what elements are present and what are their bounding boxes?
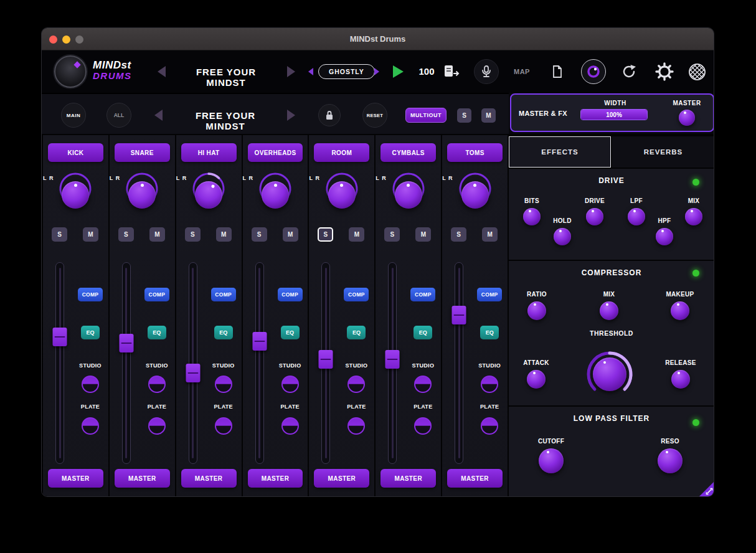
plate-send-knob[interactable] bbox=[481, 417, 498, 435]
channel-master-button[interactable]: MASTER bbox=[447, 469, 503, 488]
channel-name-button[interactable]: TOMS bbox=[447, 143, 503, 162]
eq-button[interactable]: EQ bbox=[281, 326, 300, 339]
comp-button[interactable]: COMP bbox=[344, 288, 369, 301]
fader-handle[interactable] bbox=[252, 332, 267, 351]
comp-button[interactable]: COMP bbox=[211, 288, 236, 301]
channel-master-button[interactable]: MASTER bbox=[48, 469, 103, 488]
comp-button[interactable]: COMP bbox=[144, 288, 169, 301]
studio-send-knob[interactable] bbox=[148, 376, 166, 393]
comp-button[interactable]: COMP bbox=[410, 288, 435, 301]
document-icon[interactable] bbox=[545, 59, 570, 84]
bits-knob[interactable] bbox=[523, 208, 541, 225]
spiral-icon[interactable] bbox=[581, 59, 606, 84]
tempo-value[interactable]: 100 bbox=[414, 66, 439, 77]
mute-button[interactable]: M bbox=[83, 227, 98, 242]
multiout-button[interactable]: MULTIOUT bbox=[405, 108, 447, 123]
eq-button[interactable]: EQ bbox=[148, 326, 166, 339]
export-midi-icon[interactable] bbox=[439, 59, 464, 84]
fader-handle[interactable] bbox=[385, 350, 400, 369]
channel-master-button[interactable]: MASTER bbox=[248, 469, 303, 488]
lpf-power-led[interactable] bbox=[692, 419, 699, 426]
master-volume-knob[interactable] bbox=[679, 110, 695, 126]
plate-send-knob[interactable] bbox=[148, 417, 166, 435]
reset-button[interactable]: RESET bbox=[362, 103, 387, 128]
threshold-knob[interactable] bbox=[593, 357, 626, 391]
studio-send-knob[interactable] bbox=[281, 376, 299, 393]
channel-master-button[interactable]: MASTER bbox=[314, 469, 369, 488]
hpf-knob[interactable] bbox=[656, 228, 673, 245]
studio-send-knob[interactable] bbox=[347, 376, 365, 393]
comp-button[interactable]: COMP bbox=[278, 288, 303, 301]
channel-master-button[interactable]: MASTER bbox=[380, 469, 436, 488]
zoom-window-button[interactable] bbox=[75, 35, 83, 44]
mute-button[interactable]: M bbox=[216, 227, 232, 242]
channel-name-button[interactable]: HI HAT bbox=[181, 143, 237, 162]
reso-knob[interactable] bbox=[658, 448, 683, 473]
toolbar-preset-prev-arrow[interactable] bbox=[154, 110, 163, 121]
attack-knob[interactable] bbox=[527, 370, 546, 389]
studio-send-knob[interactable] bbox=[414, 376, 432, 393]
kit-prev-arrow[interactable] bbox=[308, 68, 313, 75]
drive-knob[interactable] bbox=[586, 208, 603, 225]
comp-mix-knob[interactable] bbox=[600, 301, 618, 320]
plate-send-knob[interactable] bbox=[215, 417, 232, 435]
comp-button[interactable]: COMP bbox=[477, 288, 502, 301]
gear-icon[interactable] bbox=[652, 59, 677, 84]
toolbar-preset-next-arrow[interactable] bbox=[287, 110, 295, 121]
mute-button[interactable]: M bbox=[415, 227, 431, 242]
release-knob[interactable] bbox=[671, 370, 690, 389]
lock-button[interactable] bbox=[318, 104, 341, 126]
studio-send-knob[interactable] bbox=[481, 376, 498, 393]
preset-prev-arrow[interactable] bbox=[158, 66, 166, 77]
close-window-button[interactable] bbox=[49, 35, 57, 44]
volume-fader[interactable] bbox=[388, 262, 397, 464]
solo-button[interactable]: S bbox=[252, 227, 267, 242]
mix-knob[interactable] bbox=[685, 208, 702, 225]
map-button[interactable]: MAP bbox=[509, 59, 534, 84]
plate-send-knob[interactable] bbox=[347, 417, 365, 435]
mute-button[interactable]: M bbox=[349, 227, 364, 242]
volume-fader[interactable] bbox=[55, 262, 64, 464]
volume-fader[interactable] bbox=[122, 262, 131, 464]
drive-power-led[interactable] bbox=[692, 179, 699, 186]
width-slider[interactable]: 100% bbox=[580, 109, 648, 120]
volume-fader[interactable] bbox=[455, 262, 463, 464]
fader-handle[interactable] bbox=[319, 350, 333, 369]
eq-button[interactable]: EQ bbox=[214, 326, 233, 339]
pan-knob[interactable] bbox=[395, 181, 422, 209]
ratio-knob[interactable] bbox=[527, 301, 546, 320]
mesh-panel-icon[interactable] bbox=[684, 59, 709, 84]
global-solo-button[interactable]: S bbox=[457, 108, 471, 123]
studio-send-knob[interactable] bbox=[215, 376, 232, 393]
lpf-knob[interactable] bbox=[628, 208, 645, 225]
play-icon[interactable] bbox=[393, 65, 404, 78]
pan-knob[interactable] bbox=[128, 181, 156, 209]
cutoff-knob[interactable] bbox=[539, 448, 564, 473]
resize-handle[interactable] bbox=[699, 481, 714, 496]
plate-send-knob[interactable] bbox=[281, 417, 299, 435]
eq-button[interactable]: EQ bbox=[81, 326, 100, 339]
eq-button[interactable]: EQ bbox=[480, 326, 499, 339]
pan-knob[interactable] bbox=[461, 181, 489, 209]
channel-name-button[interactable]: ROOM bbox=[314, 143, 369, 162]
pan-knob[interactable] bbox=[62, 181, 89, 209]
all-view-button[interactable]: ALL bbox=[106, 103, 131, 128]
volume-fader[interactable] bbox=[189, 262, 197, 464]
channel-master-button[interactable]: MASTER bbox=[181, 469, 237, 488]
preset-next-arrow[interactable] bbox=[287, 66, 295, 77]
kit-next-arrow[interactable] bbox=[374, 68, 379, 75]
channel-name-button[interactable]: KICK bbox=[48, 143, 103, 162]
channel-name-button[interactable]: OVERHEADS bbox=[248, 143, 303, 162]
solo-button[interactable]: S bbox=[52, 227, 67, 242]
mic-icon[interactable] bbox=[474, 59, 499, 84]
volume-fader[interactable] bbox=[321, 262, 330, 464]
fader-handle[interactable] bbox=[119, 334, 133, 352]
solo-button[interactable]: S bbox=[118, 227, 134, 242]
channel-name-button[interactable]: SNARE bbox=[115, 143, 170, 162]
redo-icon[interactable] bbox=[617, 59, 641, 84]
volume-fader[interactable] bbox=[255, 262, 264, 464]
plate-send-knob[interactable] bbox=[82, 417, 99, 435]
solo-button[interactable]: S bbox=[451, 227, 466, 242]
tab-effects[interactable]: EFFECTS bbox=[509, 136, 611, 168]
solo-button[interactable]: S bbox=[384, 227, 400, 242]
